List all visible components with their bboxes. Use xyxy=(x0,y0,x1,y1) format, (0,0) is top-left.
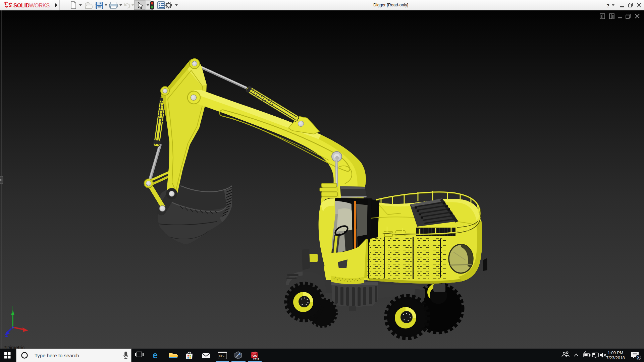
svg-text:SOLID: SOLID xyxy=(13,2,30,8)
svg-text:WORKS: WORKS xyxy=(30,2,50,8)
svg-text:C:\_: C:\_ xyxy=(219,354,225,357)
svg-text:1:09 PM: 1:09 PM xyxy=(608,351,624,355)
svg-text:7/23/2018: 7/23/2018 xyxy=(606,356,625,360)
svg-text:*Dimetric: *Dimetric xyxy=(4,345,25,349)
svg-text:2017: 2017 xyxy=(253,358,259,361)
svg-text:?: ? xyxy=(606,3,609,8)
svg-text:3: 3 xyxy=(637,355,640,360)
svg-text:e: e xyxy=(153,350,158,360)
